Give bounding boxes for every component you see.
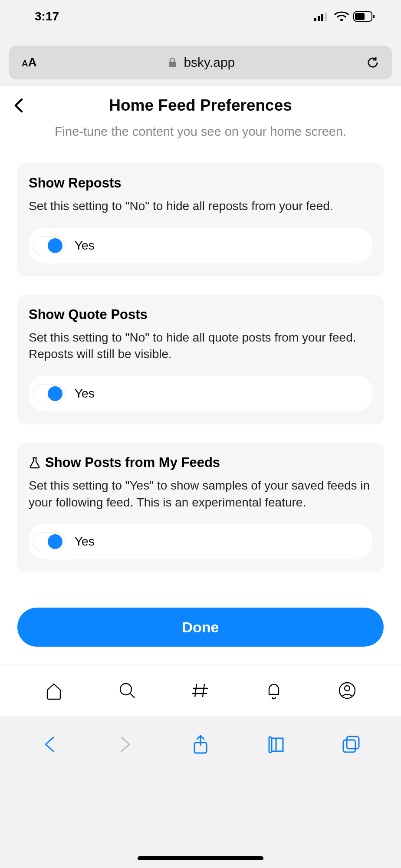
svg-point-4 [340, 19, 343, 21]
cellular-icon [314, 12, 330, 21]
done-section: Done [0, 591, 401, 664]
setting-description: Set this setting to "Yes" to show sample… [29, 477, 372, 511]
setting-show-posts-from-my-feeds: Show Posts from My Feeds Set this settin… [17, 443, 384, 572]
safari-share-button[interactable] [190, 734, 211, 755]
setting-description: Set this setting to "No" to hide all rep… [29, 198, 372, 215]
reload-icon[interactable] [366, 56, 379, 69]
setting-title: Show Reposts [29, 175, 372, 191]
bell-icon [264, 681, 284, 700]
safari-back-button[interactable] [39, 734, 60, 755]
setting-show-reposts: Show Reposts Set this setting to "No" to… [17, 163, 384, 276]
text-size-button[interactable]: AA [22, 56, 37, 69]
wifi-icon [334, 11, 349, 22]
done-button[interactable]: Done [17, 608, 384, 647]
svg-rect-3 [325, 13, 327, 21]
nav-notifications[interactable] [261, 677, 287, 704]
svg-rect-14 [343, 740, 355, 752]
nav-profile[interactable] [334, 677, 360, 704]
safari-bottom-toolbar [0, 716, 401, 773]
hash-icon [191, 681, 210, 700]
page-title: Home Feed Preferences [10, 96, 391, 115]
toggle-row[interactable]: Yes [29, 524, 372, 559]
setting-title: Show Posts from My Feeds [29, 455, 372, 470]
setting-description: Set this setting to "No" to hide all quo… [29, 329, 372, 363]
url-display[interactable]: bsky.app [37, 55, 366, 70]
toggle-switch[interactable] [33, 384, 65, 403]
svg-point-9 [120, 684, 131, 695]
page-header: Home Feed Preferences [0, 86, 401, 115]
svg-point-11 [345, 686, 350, 691]
lock-icon [168, 57, 177, 68]
status-time: 3:17 [35, 10, 59, 23]
setting-show-quote-posts: Show Quote Posts Set this setting to "No… [17, 295, 384, 424]
nav-feeds[interactable] [187, 677, 214, 704]
safari-forward-button[interactable] [115, 734, 135, 755]
toggle-label: Yes [75, 387, 95, 401]
safari-url-bar[interactable]: AA bsky.app [9, 46, 392, 79]
toggle-label: Yes [75, 239, 95, 253]
safari-bookmarks-button[interactable] [266, 734, 286, 755]
safari-tabs-button[interactable] [341, 734, 362, 755]
toggle-switch[interactable] [33, 236, 65, 255]
status-icons [314, 11, 375, 22]
setting-title-text: Show Posts from My Feeds [45, 455, 220, 470]
toggle-switch[interactable] [33, 532, 65, 551]
toggle-row[interactable]: Yes [29, 228, 372, 263]
nav-home[interactable] [41, 677, 67, 704]
toggle-row[interactable]: Yes [29, 376, 372, 411]
page-content: Home Feed Preferences Fine-tune the cont… [0, 85, 401, 716]
svg-rect-6 [355, 13, 365, 20]
app-bottom-nav [0, 664, 401, 716]
svg-rect-13 [347, 736, 359, 749]
svg-rect-0 [314, 18, 316, 21]
profile-icon [337, 681, 357, 700]
ios-home-indicator[interactable] [138, 856, 263, 860]
ios-status-bar: 3:17 [0, 0, 401, 33]
battery-icon [353, 11, 375, 22]
toggle-label: Yes [75, 535, 95, 549]
page-subtitle: Fine-tune the content you see on your ho… [0, 115, 401, 141]
search-icon [117, 681, 137, 700]
svg-rect-2 [321, 14, 323, 21]
home-icon [44, 681, 64, 700]
svg-rect-1 [318, 16, 320, 21]
svg-rect-8 [169, 62, 176, 67]
nav-search[interactable] [114, 677, 140, 704]
beaker-icon [29, 457, 41, 469]
svg-rect-7 [373, 15, 375, 18]
setting-title: Show Quote Posts [29, 307, 372, 322]
settings-list: Show Reposts Set this setting to "No" to… [0, 141, 401, 572]
url-domain: bsky.app [184, 55, 235, 70]
